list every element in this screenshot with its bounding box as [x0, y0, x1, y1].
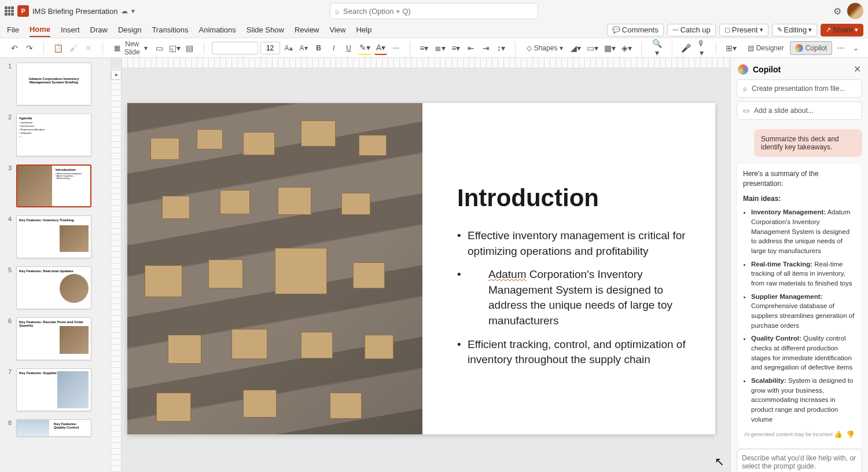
menu-slideshow[interactable]: Slide Show: [247, 23, 284, 36]
create-from-file-button[interactable]: ⌕Create presentation from file...: [737, 80, 862, 97]
menu-file[interactable]: File: [7, 23, 19, 36]
slide-edit-area: ▸: [111, 58, 730, 472]
section-button[interactable]: ▤: [183, 41, 196, 55]
search-icon: ⌕: [743, 85, 747, 93]
settings-icon[interactable]: ⚙: [833, 6, 841, 17]
outline-toggle-button[interactable]: ▸: [111, 69, 122, 80]
align-button[interactable]: ≡▾: [450, 41, 462, 55]
search-icon: ⌕: [335, 7, 340, 16]
dictate-button[interactable]: 🎤: [680, 41, 693, 55]
title-bar: P IMS Briefing Presentation ☁︎ ▾ ⌕ ⚙: [0, 0, 868, 22]
designer-button[interactable]: ▤ Designer: [744, 41, 788, 55]
shape-outline-button[interactable]: ▭▾: [585, 41, 600, 55]
thumbs-down-button[interactable]: 👎: [846, 430, 855, 440]
indent-left-button[interactable]: ⇤: [465, 41, 477, 55]
indent-right-button[interactable]: ⇥: [480, 41, 492, 55]
editing-button[interactable]: ✎ Editing ▾: [772, 24, 818, 36]
close-copilot-button[interactable]: ✕: [854, 64, 861, 75]
thumbnail-1[interactable]: Adatum Corporation Inventory Management …: [16, 63, 91, 105]
decrease-font-button[interactable]: A▾: [297, 41, 310, 55]
ribbon-more-button[interactable]: ⋯: [834, 41, 847, 55]
bullet-1[interactable]: Effective inventory management is critic…: [457, 228, 686, 259]
slide-thumbnails-panel[interactable]: 1 Adatum Corporation Inventory Managemen…: [0, 58, 111, 472]
quick-styles-button[interactable]: ◈▾: [620, 41, 634, 55]
slide-heading[interactable]: Introduction: [457, 184, 686, 212]
thumbnail-7[interactable]: Key Features: Supplier Management: [16, 368, 91, 411]
italic-button[interactable]: I: [328, 41, 340, 55]
search-input[interactable]: [343, 7, 533, 16]
collapse-ribbon-button[interactable]: ⌄: [849, 41, 862, 55]
shape-fill-button[interactable]: ◢▾: [569, 41, 583, 55]
paste-button[interactable]: 📋: [52, 41, 65, 55]
menu-transitions[interactable]: Transitions: [152, 23, 188, 36]
summary-list: Inventory Management: Adatum Corporation…: [743, 207, 856, 424]
find-button[interactable]: 🔍▾: [649, 41, 664, 55]
bullets-button[interactable]: ≡▾: [418, 41, 431, 55]
thumbnail-2[interactable]: Agenda• Introduction• Key Features• Repo…: [16, 114, 91, 156]
document-title[interactable]: IMS Briefing Presentation: [32, 7, 117, 16]
increase-font-button[interactable]: A▴: [282, 41, 295, 55]
add-slide-about-button[interactable]: ▭Add a slide about...: [737, 102, 862, 119]
menu-draw[interactable]: Draw: [90, 23, 108, 36]
share-button[interactable]: ↗ Share ▾: [821, 24, 863, 36]
bullet-3[interactable]: Efficient tracking, control, and optimiz…: [457, 337, 686, 368]
horizontal-ruler[interactable]: [122, 58, 730, 68]
shapes-button[interactable]: ◇ Shapes ▾: [523, 41, 567, 55]
comments-button[interactable]: 💬 Comments: [607, 24, 664, 36]
present-button[interactable]: ▢ Present ▾: [719, 24, 768, 36]
layout-button[interactable]: ▭: [153, 41, 166, 55]
redo-button[interactable]: ↷: [23, 41, 36, 55]
numbering-button[interactable]: ≣▾: [433, 41, 447, 55]
search-bar[interactable]: ⌕: [330, 3, 538, 19]
thumbnail-5[interactable]: Key Features: Real-time Updates: [16, 266, 91, 309]
thumbnail-8[interactable]: Key Features: Quality Control: [16, 419, 91, 437]
menu-help[interactable]: Help: [356, 23, 372, 36]
cut-button[interactable]: ✕: [82, 41, 95, 55]
slide-content-area[interactable]: Introduction Effective inventory managem…: [422, 103, 715, 434]
ribbon-copilot-button[interactable]: Copilot: [790, 41, 832, 55]
menu-design[interactable]: Design: [118, 23, 141, 36]
app-launcher-icon[interactable]: [5, 6, 14, 16]
font-select[interactable]: [212, 42, 258, 54]
workspace: 1 Adatum Corporation Inventory Managemen…: [0, 58, 868, 472]
summary-item: Real-time Tracking: Real-time tracking o…: [751, 259, 856, 288]
bold-button[interactable]: B: [312, 41, 325, 55]
arrange-button[interactable]: ▦▾: [602, 41, 617, 55]
user-avatar[interactable]: [847, 3, 863, 19]
summary-item: Scalability: System is designed to grow …: [751, 376, 856, 424]
thumbnail-4[interactable]: Key Features: Inventory Tracking: [16, 215, 91, 258]
copilot-response: Here's a summary of the presentation: Ma…: [737, 163, 862, 449]
addins-button[interactable]: ⊞▾: [724, 41, 738, 55]
reset-button[interactable]: ◱▾: [168, 41, 181, 55]
slide-image[interactable]: [127, 103, 422, 434]
cloud-saved-icon[interactable]: ☁︎: [121, 7, 128, 15]
copilot-panel: Copilot ✕ ⌕Create presentation from file…: [730, 58, 868, 472]
undo-button[interactable]: ↶: [8, 41, 21, 55]
bullet-2[interactable]: Adatum Corporation's Inventory Managemen…: [468, 267, 686, 328]
thumbnail-6[interactable]: Key Features: Reorder Point and Order Qu…: [16, 317, 91, 360]
ribbon: ↶ ↷ 📋 🖌 ✕ ▦ New Slide ▾ ▭ ◱▾ ▤ A▴ A▾ B I…: [0, 38, 868, 58]
dropdown-icon[interactable]: ▾: [131, 7, 135, 15]
underline-button[interactable]: U: [343, 41, 355, 55]
thumbnail-3[interactable]: Introduction• Effective inventory manage…: [16, 164, 91, 207]
font-color-button[interactable]: A▾: [374, 41, 387, 55]
highlight-button[interactable]: ✎▾: [358, 41, 372, 55]
line-spacing-button[interactable]: ↕▾: [495, 41, 507, 55]
more-font-button[interactable]: ⋯: [389, 41, 402, 55]
format-painter-button[interactable]: 🖌: [67, 41, 80, 55]
slide-icon: ▭: [743, 107, 749, 115]
menu-review[interactable]: Review: [295, 23, 319, 36]
menu-home[interactable]: Home: [30, 23, 50, 37]
menu-animations[interactable]: Animations: [199, 23, 236, 36]
voice-button[interactable]: 🎙▾: [695, 41, 708, 55]
font-size-input[interactable]: [260, 42, 280, 54]
slide-canvas[interactable]: Introduction Effective inventory managem…: [127, 103, 715, 434]
new-slide-button[interactable]: ▦ New Slide ▾: [111, 41, 151, 55]
vertical-ruler[interactable]: [111, 68, 122, 472]
catchup-button[interactable]: 〰 Catch up: [667, 24, 716, 36]
thumbs-up-button[interactable]: 👍: [834, 430, 843, 440]
copilot-input-box[interactable]: ✦⁺ ➤: [737, 449, 862, 472]
menu-insert[interactable]: Insert: [61, 23, 80, 36]
copilot-prompt-textarea[interactable]: [742, 454, 857, 470]
menu-view[interactable]: View: [330, 23, 346, 36]
